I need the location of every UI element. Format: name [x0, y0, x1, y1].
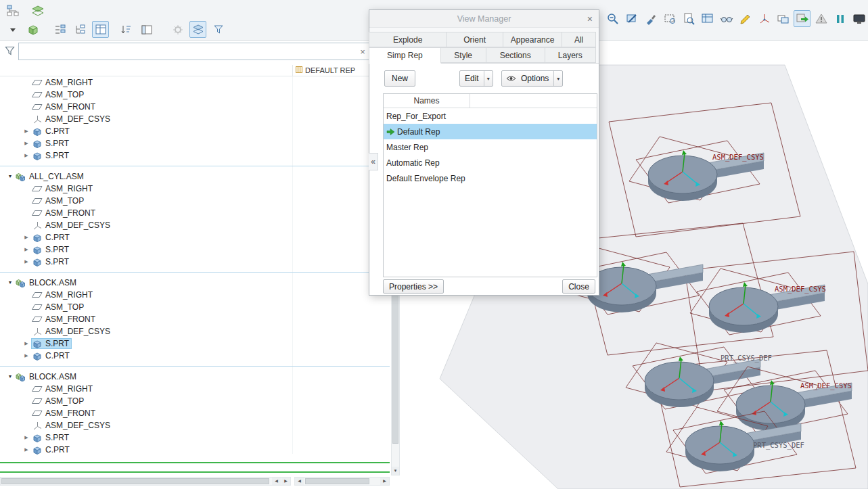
tree-item-asm-front[interactable]: ASM_FRONT	[0, 101, 390, 113]
options-dropdown[interactable]: Options ▾	[501, 70, 563, 87]
expander-icon[interactable]: ▶	[22, 125, 31, 137]
display-style-icon[interactable]	[718, 10, 735, 27]
zoom-fit-icon[interactable]	[623, 10, 640, 27]
tree-item-asm-def-csys[interactable]: ASM_DEF_CSYS	[0, 325, 390, 337]
tree-filter-icon[interactable]	[210, 21, 227, 38]
horizontal-scroll-thumb[interactable]	[305, 478, 369, 484]
tree-item-asm-front[interactable]: ASM_FRONT	[0, 313, 390, 325]
edit-dropdown[interactable]: Edit ▾	[459, 70, 493, 87]
tree-item-asm-top[interactable]: ASM_TOP	[0, 89, 390, 101]
tree-item-asm-right[interactable]: ASM_RIGHT	[0, 76, 390, 89]
tree-item-block-asm[interactable]: ▼BLOCK.ASM	[0, 277, 390, 289]
tab-sections[interactable]: Sections	[486, 47, 545, 63]
tree-item-s-prt[interactable]: ▶S.PRT	[0, 149, 390, 162]
tree-item-asm-right[interactable]: ASM_RIGHT	[0, 183, 390, 195]
tree-item-asm-top[interactable]: ASM_TOP	[0, 301, 390, 313]
expander-icon[interactable]: ▶	[22, 337, 31, 350]
tree-item-c-prt[interactable]: ▶C.PRT	[0, 444, 390, 456]
tree-item-s-prt[interactable]: ▶S.PRT	[0, 243, 390, 256]
zoom-out-icon[interactable]	[604, 10, 621, 27]
tree-item-c-prt[interactable]: ▶C.PRT	[0, 125, 390, 137]
tree-item-s-prt[interactable]: ▶S.PRT	[0, 256, 390, 268]
scroll-left-icon[interactable]: ◀	[295, 478, 304, 485]
expander-icon[interactable]: ▶	[22, 444, 31, 456]
dialog-titlebar[interactable]: View Manager ×	[369, 10, 599, 28]
clear-search-icon[interactable]: ×	[357, 47, 369, 57]
tab-explode[interactable]: Explode	[369, 32, 447, 47]
tree-horizontal-scrollbar-right[interactable]: ◀ ▶	[294, 477, 390, 486]
filter-funnel-icon[interactable]	[5, 46, 15, 58]
dialog-close-icon[interactable]: ×	[587, 13, 593, 25]
column-select-icon[interactable]	[138, 21, 155, 38]
tree-item-asm-top[interactable]: ASM_TOP	[0, 195, 390, 207]
tree-item-c-prt[interactable]: ▶C.PRT	[0, 231, 390, 243]
tree-item-s-prt[interactable]: ▶S.PRT	[0, 337, 390, 350]
datum-display-icon[interactable]	[756, 10, 773, 27]
tab-appearance[interactable]: Appearance	[503, 32, 562, 47]
part-display-icon[interactable]	[24, 21, 41, 38]
dropdown-arrow-icon[interactable]	[4, 21, 21, 38]
expander-icon[interactable]: ▼	[5, 170, 15, 183]
horizontal-scroll-thumb[interactable]	[1, 478, 269, 484]
tree-columns-icon[interactable]	[51, 21, 68, 38]
region-zoom-icon[interactable]	[661, 10, 678, 27]
rep-item-rep-for-export[interactable]: Rep_For_Export	[384, 108, 597, 124]
expander-icon[interactable]: ▶	[22, 350, 31, 362]
tree-item-all-cyl-asm[interactable]: ▼ALL_CYL.ASM	[0, 170, 390, 183]
tree-search-input[interactable]	[19, 44, 357, 59]
scroll-down-icon[interactable]: ▼	[392, 467, 399, 475]
rep-item-automatic-rep[interactable]: Automatic Rep	[384, 155, 597, 170]
expander-icon[interactable]: ▶	[22, 256, 31, 268]
pause-icon[interactable]	[831, 10, 848, 27]
repaint-icon[interactable]	[642, 10, 659, 27]
expander-icon[interactable]: ▶	[22, 231, 31, 243]
tree-horizontal-scrollbar-left[interactable]: ◀ ▶	[0, 477, 291, 486]
tree-item-s-prt[interactable]: ▶S.PRT	[0, 432, 390, 444]
tree-item-c-prt[interactable]: ▶C.PRT	[0, 350, 390, 362]
model-tree-icon[interactable]	[4, 2, 21, 19]
tab-simp-rep[interactable]: Simp Rep	[369, 47, 441, 64]
tab-layers[interactable]: Layers	[545, 47, 596, 63]
expander-icon[interactable]: ▶	[22, 432, 31, 444]
sort-order-icon[interactable]	[118, 21, 135, 38]
expander-icon[interactable]: ▶	[22, 149, 31, 162]
tree-item-asm-right[interactable]: ASM_RIGHT	[0, 289, 390, 301]
tree-item-block-asm[interactable]: ▼BLOCK.ASM	[0, 371, 390, 383]
tree-item-asm-top[interactable]: ASM_TOP	[0, 395, 390, 407]
properties-button[interactable]: Properties >>	[383, 279, 444, 294]
expander-icon[interactable]: ▶	[22, 137, 31, 149]
sketch-color-icon[interactable]	[737, 10, 754, 27]
monitor-icon[interactable]	[850, 10, 867, 27]
rep-item-master-rep[interactable]: Master Rep	[384, 139, 597, 155]
expander-icon[interactable]: ▼	[5, 277, 15, 289]
tree-item-asm-def-csys[interactable]: ASM_DEF_CSYS	[0, 113, 390, 125]
layer-display-icon[interactable]	[29, 2, 46, 19]
scroll-right-icon[interactable]: ▶	[380, 478, 389, 485]
tree-item-asm-def-csys[interactable]: ASM_DEF_CSYS	[0, 219, 390, 231]
rep-item-default-envelope-rep[interactable]: Default Envelope Rep	[384, 170, 597, 186]
settings-gear-icon[interactable]	[169, 21, 186, 38]
expander-icon[interactable]: ▶	[22, 243, 31, 256]
scroll-left-icon[interactable]: ◀	[272, 478, 281, 485]
tree-item-s-prt[interactable]: ▶S.PRT	[0, 137, 390, 149]
new-button[interactable]: New	[384, 70, 415, 87]
tree-style-icon[interactable]	[72, 21, 89, 38]
tree-item-asm-front[interactable]: ASM_FRONT	[0, 207, 390, 219]
tree-item-asm-def-csys[interactable]: ASM_DEF_CSYS	[0, 419, 390, 432]
tab-style[interactable]: Style	[440, 47, 486, 63]
tree-table-icon[interactable]	[92, 21, 109, 38]
rep-item-default-rep[interactable]: Default Rep	[384, 124, 597, 139]
warning-icon[interactable]	[813, 10, 829, 27]
windows-icon[interactable]	[775, 10, 792, 27]
close-button[interactable]: Close	[562, 279, 595, 294]
layer-tree-icon[interactable]	[189, 21, 206, 38]
tab-all[interactable]: All	[562, 32, 596, 47]
tree-item-asm-right[interactable]: ASM_RIGHT	[0, 383, 390, 395]
expander-icon[interactable]: ▼	[5, 371, 15, 383]
scroll-right-icon[interactable]: ▶	[281, 478, 290, 485]
tab-orient[interactable]: Orient	[446, 32, 503, 47]
tree-item-asm-front[interactable]: ASM_FRONT	[0, 407, 390, 419]
saved-views-icon[interactable]	[699, 10, 716, 27]
panel-collapse-button[interactable]: «	[369, 153, 378, 170]
print-preview-icon[interactable]	[680, 10, 697, 27]
